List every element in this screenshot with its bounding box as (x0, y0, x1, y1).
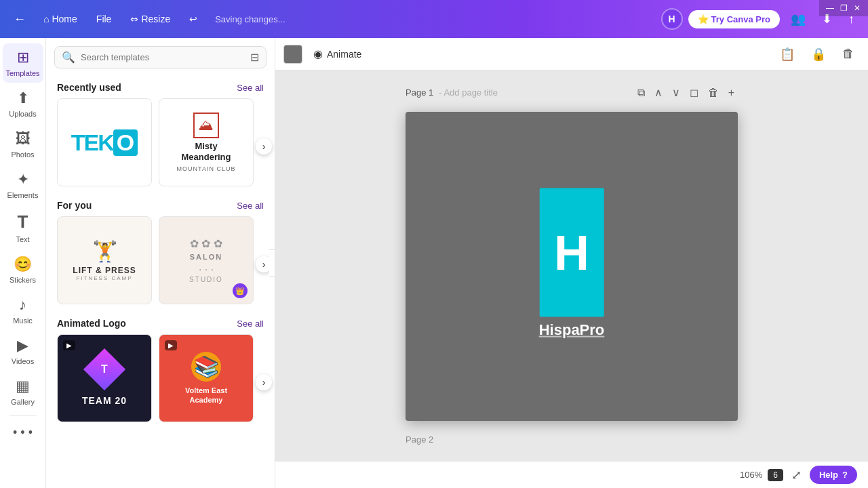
recently-used-next-arrow[interactable]: › (256, 138, 272, 155)
text-label: Text (16, 235, 29, 243)
home-button[interactable]: ⌂ Home (37, 9, 84, 28)
text-icon: T (18, 211, 28, 232)
back-button[interactable]: ← (8, 9, 31, 29)
filter-button[interactable]: ⊟ (250, 51, 259, 64)
resize-label: Resize (141, 14, 170, 24)
recently-used-header: Recently used See all (46, 77, 275, 98)
restore-button[interactable]: ❐ (838, 3, 849, 14)
hide-panel-button[interactable]: ‹ (269, 249, 275, 277)
trash-icon: 🗑 (708, 87, 719, 99)
delete-icon: 🗑 (842, 47, 854, 61)
page-down-button[interactable]: ∨ (669, 84, 684, 101)
template-teko[interactable]: TEK O (57, 98, 152, 186)
template-team20[interactable]: ▶ T TEAM 20 (57, 334, 152, 422)
sidebar-item-stickers[interactable]: 😊 Stickers (3, 250, 43, 289)
search-bar: 🔍 ⊟ (54, 46, 267, 68)
hispapro-name: HispaPro (539, 321, 605, 339)
help-button[interactable]: Help ? (810, 466, 857, 484)
color-swatch[interactable] (283, 45, 302, 64)
team20-diamond-wrapper: T (85, 350, 123, 388)
teko-o: O (113, 129, 138, 156)
sidebar-item-gallery[interactable]: ▦ Gallery (3, 372, 43, 411)
page-title-actions: ⧉ ∧ ∨ ◻ 🗑 + (634, 84, 738, 101)
hispapro-logo[interactable]: H P R O HispaPro (539, 188, 605, 339)
add-page-icon: + (728, 87, 734, 99)
for-you-see-all[interactable]: See all (237, 201, 264, 211)
delete-page-button[interactable]: 🗑 (705, 84, 722, 101)
animate-button[interactable]: ◉ Animate (308, 45, 367, 63)
file-button[interactable]: File (90, 9, 119, 28)
canvas-scroll[interactable]: Page 1 - Add page title ⧉ ∧ ∨ ◻ (275, 70, 868, 461)
sidebar-item-uploads[interactable]: ⬆ Uploads (3, 84, 43, 123)
animated-play-overlay-team20: ▶ (63, 340, 75, 350)
more-icon: • • • (13, 426, 33, 440)
lift-subtitle: FITNESS CAMP (76, 275, 132, 281)
page1-title-input[interactable]: - Add page title (439, 87, 628, 98)
try-pro-button[interactable]: ⭐ Try Canva Pro (688, 10, 780, 28)
sidebar-item-elements[interactable]: ✦ Elements (3, 165, 43, 205)
resize-button[interactable]: ⇔ Resize (123, 9, 177, 28)
notes-button[interactable]: 📋 (774, 44, 800, 64)
teko-logo-inner: TEK O (71, 129, 138, 156)
animate-label: Animate (327, 49, 361, 60)
duplicate-icon: ⧉ (637, 87, 645, 99)
templates-panel: 🔍 ⊟ Recently used See all TEK O ⛰ MistyM… (46, 38, 275, 488)
lock-button[interactable]: 🔒 (806, 44, 831, 64)
page-up-button[interactable]: ∧ (651, 84, 666, 101)
for-you-header: For you See all (46, 195, 275, 216)
misty-subtitle: Mountain Club (177, 165, 236, 172)
for-you-title: For you (57, 200, 92, 211)
add-page-button[interactable]: + (725, 84, 738, 101)
lift-title: LIFT & PRESS (73, 266, 136, 275)
sidebar-item-more[interactable]: • • • (3, 420, 43, 445)
copy-page-button[interactable]: ◻ (686, 84, 702, 101)
undo-icon: ↩ (189, 14, 197, 24)
sidebar-item-photos[interactable]: 🖼 Photos (3, 125, 43, 164)
canvas-page-1[interactable]: H P R O HispaPro ↻ (406, 112, 738, 421)
share-button[interactable]: 👥 (785, 7, 811, 30)
help-label: Help (819, 470, 838, 480)
play-icon: ▶ (66, 342, 72, 349)
page1-title-bar: Page 1 - Add page title ⧉ ∧ ∨ ◻ (406, 84, 738, 101)
template-voltem[interactable]: ▶ 📚 Voltem EastAcademy (159, 334, 254, 422)
minimize-button[interactable]: — (825, 3, 835, 14)
search-input[interactable] (81, 52, 245, 62)
sidebar-item-music[interactable]: ♪ Music (3, 291, 43, 330)
share-icon: 👥 (791, 12, 806, 26)
icon-sidebar: ⊞ Templates ⬆ Uploads 🖼 Photos ✦ Element… (0, 38, 46, 488)
main-layout: ⊞ Templates ⬆ Uploads 🖼 Photos ✦ Element… (0, 38, 868, 488)
hispapro-box: H P R O (540, 188, 604, 317)
elements-label: Elements (7, 191, 39, 199)
gallery-label: Gallery (11, 398, 35, 406)
zoom-level: 106% (740, 470, 762, 480)
user-avatar[interactable]: H (661, 8, 683, 30)
fullscreen-button[interactable]: ⤢ (789, 465, 804, 485)
template-misty[interactable]: ⛰ MistyMeandering Mountain Club (159, 98, 254, 186)
delete-element-button[interactable]: 🗑 (837, 44, 860, 64)
template-lift[interactable]: 🏋 LIFT & PRESS FITNESS CAMP (57, 216, 152, 304)
animated-logo-header: Animated Logo See all (46, 312, 275, 334)
misty-title: MistyMeandering (182, 141, 231, 162)
file-label: File (96, 14, 112, 24)
hispapro-letter-h: H (554, 228, 589, 277)
sidebar-item-text[interactable]: T Text (3, 206, 43, 249)
chevron-up-icon: ∧ (654, 86, 663, 99)
music-label: Music (13, 317, 33, 325)
uploads-label: Uploads (9, 110, 36, 118)
template-salon[interactable]: ✿ ✿ ✿ SALON · · · STUDIO 👑 (159, 216, 254, 304)
recently-used-title: Recently used (57, 82, 121, 93)
salon-decoration: ✿ ✿ ✿ (190, 237, 222, 250)
recently-used-see-all[interactable]: See all (237, 83, 264, 93)
lift-barbell-icon: 🏋 (92, 239, 117, 263)
salon-subtitle: STUDIO (189, 276, 223, 283)
duplicate-page-button[interactable]: ⧉ (634, 84, 648, 101)
lock-icon: 🔒 (811, 47, 826, 62)
sidebar-item-videos[interactable]: ▶ Videos (3, 331, 43, 371)
sidebar-item-templates[interactable]: ⊞ Templates (3, 43, 43, 83)
undo-button[interactable]: ↩ (182, 9, 204, 28)
close-button[interactable]: ✕ (852, 3, 863, 14)
page1-label: Page 1 (406, 87, 433, 98)
animated-logo-see-all[interactable]: See all (237, 319, 264, 329)
animated-logo-next-arrow[interactable]: › (256, 374, 272, 390)
teko-letters: TEK (71, 129, 113, 156)
